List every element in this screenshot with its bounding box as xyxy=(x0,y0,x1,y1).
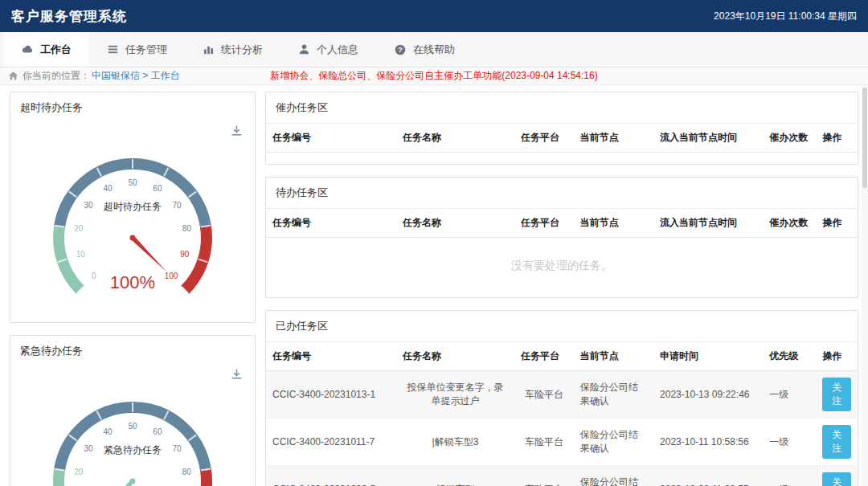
task-no-cell: CCIC-3400-20231011-7 xyxy=(266,419,396,466)
nav-item-label: 在线帮助 xyxy=(413,43,455,57)
table-header-row: 任务编号 任务名称 任务平台 当前节点 流入当前节点时间 催办次数 操作 xyxy=(266,209,858,238)
nav-item-profile[interactable]: 个人信息 xyxy=(280,32,376,67)
column-header: 操作 xyxy=(816,209,858,238)
table-header-row: 任务编号 任务名称 任务平台 当前节点 流入当前节点时间 催办次数 操作 xyxy=(266,124,858,153)
done-task-table: 任务编号 任务名称 任务平台 当前节点 申请时间 优先级 操作 CCIC-340… xyxy=(266,342,858,486)
gauge-label: 超时待办任务 xyxy=(104,201,162,212)
gauge-tick: 80 xyxy=(182,468,192,476)
nav-item-online-help[interactable]: ? 在线帮助 xyxy=(376,32,473,67)
download-icon[interactable] xyxy=(230,366,244,381)
gauge-tick: 40 xyxy=(104,184,113,193)
nav-item-task-management[interactable]: 任务管理 xyxy=(89,32,185,67)
table-row: CCIC-3400-20231011-7 |解锁车型3 车险平台 保险分公司结果… xyxy=(266,419,858,466)
gauge-tick: 50 xyxy=(128,178,137,187)
right-column: 催办任务区 任务编号 任务名称 任务平台 当前节点 流入当前节点时间 催办次数 … xyxy=(265,92,858,486)
main-nav: 工作台 任务管理 统计分析 个人信息 ? 在线帮助 xyxy=(0,32,868,67)
list-icon xyxy=(107,43,119,55)
gauge-tick: 40 xyxy=(104,427,113,436)
breadcrumb-bar: 你当前的位置： 中国银保信 > 工作台 新增协会、保险总公司、保险分公司自主催办… xyxy=(0,67,868,85)
cloud-icon xyxy=(21,43,34,56)
svg-text:?: ? xyxy=(398,46,403,54)
task-no-cell: CCIC-3400-20231009-5 xyxy=(266,466,396,486)
column-header: 任务平台 xyxy=(514,342,574,371)
follow-button[interactable]: 关注 xyxy=(822,472,851,486)
home-icon xyxy=(8,71,18,81)
gauge-tick: 100 xyxy=(165,272,178,280)
table-header-row: 任务编号 任务名称 任务平台 当前节点 申请时间 优先级 操作 xyxy=(266,342,858,371)
panel-title: 待办任务区 xyxy=(266,178,858,209)
gauge-tick: 50 xyxy=(128,422,137,431)
panel-title: 紧急待办任务 xyxy=(10,336,255,366)
gauge-tick: 20 xyxy=(74,224,84,233)
node-cell: 保险分公司结果确认 xyxy=(574,419,653,466)
column-header: 任务名称 xyxy=(396,209,514,238)
column-header: 任务编号 xyxy=(266,209,396,238)
left-column: 超时待办任务 xyxy=(10,92,256,486)
column-header: 任务编号 xyxy=(266,342,396,371)
header-datetime: 2023年10月19日 11:00:34 星期四 xyxy=(714,10,857,23)
column-header: 任务平台 xyxy=(514,209,574,238)
panel-title: 催办任务区 xyxy=(266,92,858,124)
platform-cell: 车险平台 xyxy=(514,419,574,466)
platform-cell: 车险平台 xyxy=(514,371,574,419)
main-content: 超时待办任务 xyxy=(0,85,868,486)
gauge-tick: 60 xyxy=(153,184,162,193)
overdue-tasks-panel: 超时待办任务 xyxy=(10,92,256,323)
gauge-tick: 30 xyxy=(84,201,93,210)
priority-cell: 一级 xyxy=(763,419,816,466)
urge-task-table: 任务编号 任务名称 任务平台 当前节点 流入当前节点时间 催办次数 操作 xyxy=(266,124,858,153)
gauge-tick: 30 xyxy=(84,444,93,453)
time-cell: 2023-10-09 11:23:55 xyxy=(653,466,763,486)
action-cell: 关注 xyxy=(816,371,858,419)
user-icon xyxy=(298,43,310,55)
download-icon[interactable] xyxy=(230,123,244,137)
gauge-tick: 60 xyxy=(153,427,162,436)
urgent-tasks-panel: 紧急待办任务 xyxy=(10,335,256,486)
app-header: 客户服务管理系统 2023年10月19日 11:00:34 星期四 xyxy=(0,0,868,32)
overdue-gauge-chart: 0 10 20 30 40 50 60 70 80 90 100 超时待办任务 … xyxy=(12,137,253,321)
panel-title: 已办任务区 xyxy=(266,311,858,342)
gauge-tick: 0 xyxy=(92,272,96,280)
column-header: 操作 xyxy=(816,124,858,153)
column-header: 催办次数 xyxy=(763,209,816,238)
nav-item-workbench[interactable]: 工作台 xyxy=(3,32,89,67)
gauge-tick: 10 xyxy=(76,250,86,259)
gauge-tick: 90 xyxy=(180,250,190,259)
table-row: CCIC-3400-20231009-5 解锁车型 车险平台 保险分公司结果确认… xyxy=(266,466,858,486)
platform-cell: 车险平台 xyxy=(514,466,574,486)
help-icon: ? xyxy=(394,43,407,56)
done-task-area-panel: 已办任务区 任务编号 任务名称 任务平台 当前节点 申请时间 优先级 操作 xyxy=(265,310,858,486)
breadcrumb-path[interactable]: 中国银保信 > 工作台 xyxy=(92,69,180,83)
column-header: 任务名称 xyxy=(396,124,514,153)
nav-item-statistics[interactable]: 统计分析 xyxy=(185,32,280,67)
task-name-cell: 投保单位变更名字，录单提示过户 xyxy=(396,371,514,419)
breadcrumb-prefix: 你当前的位置： xyxy=(23,69,90,83)
time-cell: 2023-10-11 10:58:56 xyxy=(653,419,763,466)
todo-task-table: 任务编号 任务名称 任务平台 当前节点 流入当前节点时间 催办次数 操作 xyxy=(266,209,858,238)
column-header: 流入当前节点时间 xyxy=(653,124,763,153)
todo-task-area-panel: 待办任务区 任务编号 任务名称 任务平台 当前节点 流入当前节点时间 催办次数 … xyxy=(265,177,858,298)
follow-button[interactable]: 关注 xyxy=(822,425,851,459)
node-cell: 保险分公司结果确认 xyxy=(574,371,653,419)
column-header: 当前节点 xyxy=(574,342,653,371)
nav-item-label: 个人信息 xyxy=(317,43,358,57)
follow-button[interactable]: 关注 xyxy=(822,378,851,411)
action-cell: 关注 xyxy=(816,419,858,466)
gauge-tick: 70 xyxy=(172,444,182,453)
gauge-label: 紧急待办任务 xyxy=(104,444,162,455)
gauge-needle xyxy=(99,480,135,486)
gauge-tick: 70 xyxy=(172,201,182,210)
column-header: 任务编号 xyxy=(266,124,396,153)
nav-item-label: 统计分析 xyxy=(221,43,263,57)
priority-cell: 一级 xyxy=(763,371,816,419)
gauge-tick: 20 xyxy=(74,468,84,476)
nav-item-label: 任务管理 xyxy=(125,43,167,57)
scrollbar-thumb[interactable] xyxy=(862,88,867,188)
column-header: 催办次数 xyxy=(763,124,816,153)
urge-task-area-panel: 催办任务区 任务编号 任务名称 任务平台 当前节点 流入当前节点时间 催办次数 … xyxy=(265,92,858,165)
node-cell: 保险分公司结果确认 xyxy=(574,466,653,486)
column-header: 流入当前节点时间 xyxy=(653,209,763,238)
empty-tasks-message: 没有要处理的任务。 xyxy=(266,238,858,297)
panel-title: 超时待办任务 xyxy=(10,92,255,123)
task-no-cell: CCIC-3400-20231013-1 xyxy=(266,371,396,419)
